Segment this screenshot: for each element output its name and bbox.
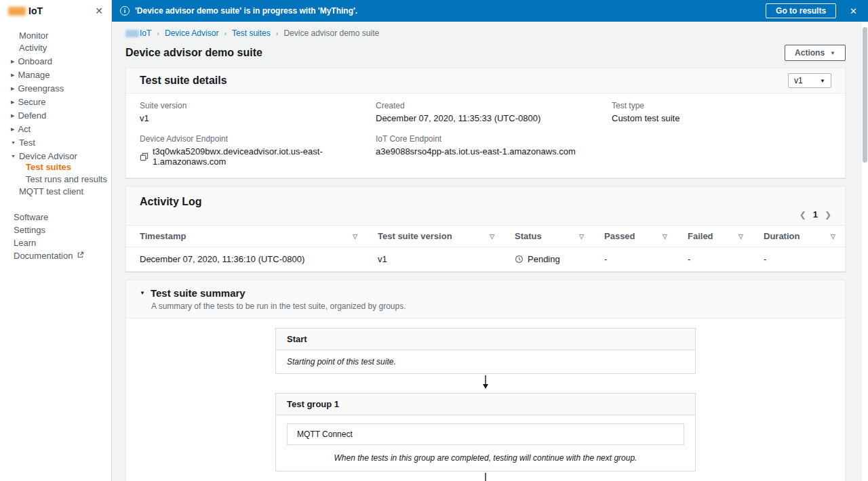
page-title: Device advisor demo suite: [125, 47, 262, 59]
sidebar-close-icon[interactable]: ✕: [95, 5, 103, 16]
item-label: Settings: [14, 226, 45, 235]
page-content: IoT › Device Advisor › Test suites › Dev…: [112, 22, 868, 481]
flow-start-title: Start: [276, 329, 695, 350]
chevron-down-icon: ▼: [830, 50, 835, 56]
column-duration[interactable]: Duration ▽: [753, 226, 845, 247]
test-case-mqtt-connect: MQTT Connect: [287, 423, 684, 445]
chevron-down-icon: ▼: [11, 151, 16, 161]
column-status[interactable]: Status ▽: [504, 226, 593, 247]
pending-clock-icon: [515, 255, 524, 264]
copy-icon[interactable]: [140, 152, 149, 161]
filter-icon[interactable]: ▽: [831, 233, 835, 240]
section-label: Act: [18, 124, 31, 134]
field-created: Created December 07, 2020, 11:35:33 (UTC…: [376, 101, 612, 123]
field-iot-core-endpoint: IoT Core Endpoint a3e9088srso4pp-ats.iot…: [376, 134, 612, 167]
field-value: December 07, 2020, 11:35:33 (UTC-0800): [376, 113, 612, 123]
breadcrumb-link-test-suites[interactable]: Test suites: [232, 28, 271, 38]
summary-header: ▼ Test suite summary A summary of the te…: [126, 280, 845, 318]
version-select[interactable]: v1 ▼: [788, 73, 831, 88]
banner-close-icon[interactable]: ✕: [850, 6, 857, 16]
summary-body: Start Starting point of this test suite.…: [126, 318, 845, 481]
filter-icon[interactable]: ▽: [490, 233, 494, 240]
column-timestamp[interactable]: Timestamp ▽: [126, 226, 367, 247]
field-label: Suite version: [140, 101, 376, 110]
section-label: Secure: [18, 97, 45, 107]
sidebar-section-test[interactable]: ▼ Test: [0, 138, 111, 148]
chevron-right-icon: ▶: [11, 70, 14, 80]
chevron-right-icon: ▶: [11, 56, 14, 66]
sidebar-section-secure[interactable]: ▶ Secure: [0, 97, 111, 107]
filter-icon[interactable]: ▽: [353, 233, 357, 240]
section-label: Test: [19, 138, 35, 148]
endpoint-value: a3e9088srso4pp-ats.iot.us-east-1.amazona…: [376, 146, 612, 156]
column-failed[interactable]: Failed ▽: [677, 226, 753, 247]
sidebar-item-documentation[interactable]: Documentation: [0, 251, 111, 261]
section-label: Onboard: [18, 56, 52, 66]
actions-button[interactable]: Actions ▼: [785, 45, 846, 61]
summary-collapse-toggle[interactable]: ▼ Test suite summary: [140, 287, 831, 299]
sidebar-item-settings[interactable]: Settings: [0, 226, 111, 235]
activity-table-header: Timestamp ▽ Test suite version ▽ Status …: [126, 225, 845, 247]
sidebar-item-activity[interactable]: Activity: [0, 43, 111, 53]
sidebar-section-onboard[interactable]: ▶ Onboard: [0, 56, 111, 66]
sidebar-item-test-suites[interactable]: Test suites: [0, 163, 111, 172]
filter-icon[interactable]: ▽: [738, 233, 743, 240]
item-label: Documentation: [14, 251, 73, 261]
activity-log-card: Activity Log ❮ 1 ❯ Timestamp ▽ Test suit…: [125, 186, 846, 272]
column-test-suite-version[interactable]: Test suite version ▽: [367, 226, 504, 247]
breadcrumb-current: Device advisor demo suite: [283, 28, 379, 38]
info-banner: i 'Device advisor demo suite' is in prog…: [112, 0, 868, 22]
breadcrumb-separator: ›: [157, 29, 159, 37]
sidebar-footer: Software Settings Learn Documentation: [0, 213, 111, 261]
column-label: Timestamp: [140, 231, 186, 241]
breadcrumb-link-device-advisor[interactable]: Device Advisor: [165, 28, 218, 38]
sidebar-section-defend[interactable]: ▶ Defend: [0, 110, 111, 121]
scrollbar-track[interactable]: [862, 23, 868, 481]
cell-version: v1: [367, 247, 504, 271]
field-label: Test type: [612, 101, 831, 110]
test-group-note: When the tests in this group are complet…: [287, 453, 684, 465]
column-label: Duration: [764, 231, 800, 241]
cell-duration: -: [753, 247, 845, 271]
field-label: IoT Core Endpoint: [376, 134, 612, 144]
pagination: ❮ 1 ❯: [126, 208, 845, 225]
column-passed[interactable]: Passed ▽: [593, 226, 677, 247]
section-label: Manage: [18, 70, 50, 80]
filter-icon[interactable]: ▽: [663, 233, 667, 240]
breadcrumb-link-iot[interactable]: IoT: [125, 28, 151, 38]
go-to-results-button[interactable]: Go to results: [766, 3, 836, 18]
pagination-page-1[interactable]: 1: [813, 209, 818, 219]
breadcrumb: IoT › Device Advisor › Test suites › Dev…: [125, 28, 846, 38]
field-suite-version: Suite version v1: [140, 101, 376, 123]
details-card-header: Test suite details v1 ▼: [126, 68, 845, 93]
section-label: Greengrass: [18, 83, 64, 93]
banner-message: 'Device advisor demo suite' is in progre…: [135, 6, 357, 16]
chevron-down-icon: ▼: [140, 290, 145, 296]
endpoint-value: t3q0wka5209bwx.deviceadvisor.iot.us-east…: [153, 146, 376, 167]
sidebar-item-learn[interactable]: Learn: [0, 238, 111, 248]
sidebar-section-device-advisor[interactable]: ▼ Device Advisor: [0, 151, 111, 161]
section-label: Device Advisor: [19, 151, 77, 161]
pagination-prev-icon[interactable]: ❮: [800, 210, 806, 219]
sidebar-item-test-runs-and-results[interactable]: Test runs and results: [0, 175, 111, 184]
chevron-right-icon: ▶: [11, 97, 14, 107]
summary-title: Test suite summary: [151, 287, 245, 299]
sidebar-section-act[interactable]: ▶ Act: [0, 124, 111, 134]
sidebar-section-greengrass[interactable]: ▶ Greengrass: [0, 83, 111, 93]
actions-label: Actions: [795, 48, 825, 58]
sidebar-header: IoT ✕: [0, 0, 111, 22]
breadcrumb-label: IoT: [140, 28, 151, 38]
sidebar-item-software[interactable]: Software: [0, 213, 111, 222]
chevron-right-icon: ▶: [11, 83, 14, 93]
scrollbar-thumb[interactable]: [863, 27, 867, 163]
field-value: v1: [140, 113, 376, 123]
chevron-down-icon: ▼: [11, 138, 16, 148]
sidebar-section-manage[interactable]: ▶ Manage: [0, 70, 111, 80]
sidebar-item-mqtt-test-client[interactable]: MQTT test client: [0, 187, 111, 196]
test-suite-details-card: Test suite details v1 ▼ Suite version v1…: [125, 68, 846, 178]
table-row[interactable]: December 07, 2020, 11:36:10 (UTC-0800) v…: [126, 247, 845, 271]
sidebar: IoT ✕ Monitor Activity ▶ Onboard ▶ Manag…: [0, 0, 112, 481]
pagination-next-icon[interactable]: ❯: [825, 210, 831, 219]
filter-icon[interactable]: ▽: [579, 233, 584, 240]
sidebar-item-monitor[interactable]: Monitor: [0, 31, 111, 41]
